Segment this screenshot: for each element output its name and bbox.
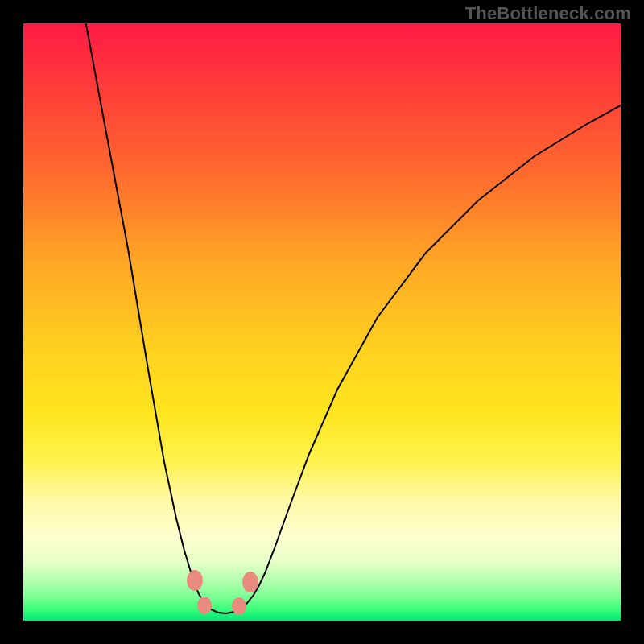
marker-left-lower bbox=[197, 597, 212, 614]
marker-right-upper bbox=[242, 572, 258, 592]
marker-left-upper bbox=[187, 570, 203, 591]
marker-right-lower bbox=[232, 597, 246, 615]
bottleneck-curve bbox=[83, 23, 621, 613]
watermark-text: TheBottleneck.com bbox=[465, 3, 631, 24]
plot-svg bbox=[23, 23, 621, 621]
gradient-plot-area bbox=[23, 23, 621, 621]
